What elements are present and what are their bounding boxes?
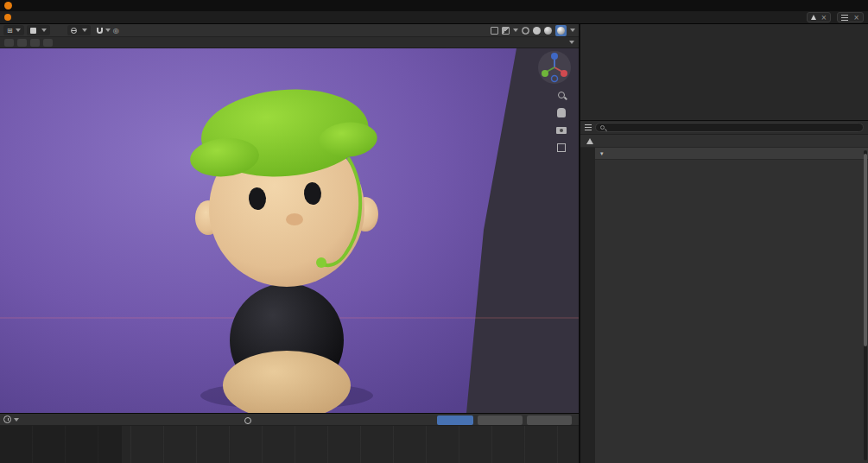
frame-end-field[interactable] bbox=[527, 415, 572, 425]
shading-wireframe-icon[interactable] bbox=[522, 27, 529, 35]
chevron-down-icon bbox=[14, 418, 19, 422]
right-panel: ▾ bbox=[580, 24, 868, 463]
search-icon bbox=[600, 125, 605, 130]
frame-start-field[interactable] bbox=[478, 415, 523, 425]
toggle-perspective-icon[interactable] bbox=[557, 143, 566, 152]
chevron-down-icon bbox=[105, 29, 111, 32]
properties-editor-icon[interactable] bbox=[585, 124, 592, 130]
titlebar bbox=[0, 0, 868, 11]
shading-material-icon[interactable] bbox=[544, 27, 552, 35]
snap-magnet-icon[interactable] bbox=[97, 28, 103, 34]
viewlayer-icon bbox=[841, 15, 848, 21]
shading-solid-icon[interactable] bbox=[533, 27, 541, 35]
search-input[interactable] bbox=[595, 123, 864, 132]
show-gizmo-icon[interactable] bbox=[491, 27, 498, 35]
topbar-right: × × bbox=[807, 12, 864, 22]
properties-editor: ▾ bbox=[580, 121, 868, 463]
globe-icon bbox=[71, 28, 77, 34]
scrollbar[interactable] bbox=[864, 150, 867, 460]
pre-range-shading bbox=[0, 426, 122, 463]
tool-settings-bar bbox=[0, 37, 579, 48]
editor-type-icon: ⊞ bbox=[7, 27, 13, 35]
show-overlays-icon[interactable] bbox=[502, 27, 510, 35]
scene-selector[interactable]: × bbox=[807, 12, 832, 22]
viewlayer-unlink-icon[interactable]: × bbox=[853, 14, 859, 22]
frame-fields bbox=[437, 415, 572, 425]
character-nose bbox=[286, 213, 303, 225]
rendered-sphere-icon bbox=[557, 27, 565, 35]
properties-search-row bbox=[580, 121, 868, 135]
panel-header[interactable]: ▾ bbox=[595, 148, 868, 160]
proportional-editing-icon[interactable]: ◎ bbox=[113, 27, 119, 35]
chevron-down-icon bbox=[570, 29, 575, 32]
tool-setting-icon[interactable] bbox=[43, 39, 53, 47]
3d-viewport: ⊞ ◎ bbox=[0, 24, 580, 413]
properties-tabstrip bbox=[580, 148, 595, 463]
zoom-icon[interactable] bbox=[558, 92, 565, 98]
tool-setting-icon[interactable] bbox=[4, 39, 14, 47]
viewlayer-selector[interactable]: × bbox=[837, 12, 864, 22]
outliner bbox=[580, 24, 868, 121]
viewport-nav-buttons bbox=[556, 92, 567, 152]
pan-hand-icon[interactable] bbox=[557, 108, 566, 117]
scene-data-icon bbox=[586, 138, 593, 144]
auto-keying-icon[interactable] bbox=[244, 417, 251, 424]
tool-setting-icon[interactable] bbox=[30, 39, 40, 47]
object-mode-icon bbox=[30, 28, 36, 34]
cord-tip bbox=[316, 257, 326, 268]
properties-main: ▾ bbox=[580, 148, 868, 463]
scene-icon bbox=[811, 15, 816, 20]
blender-window: × × ⊞ ◎ bbox=[0, 0, 868, 463]
timeline-ruler[interactable] bbox=[0, 426, 579, 463]
scrollbar-thumb[interactable] bbox=[864, 154, 867, 346]
shading-rendered-icon[interactable] bbox=[555, 25, 567, 36]
viewport-header-toggles bbox=[491, 25, 575, 36]
3d-scene bbox=[0, 48, 579, 413]
viewport-canvas[interactable] bbox=[0, 48, 579, 413]
blender-menu-icon[interactable] bbox=[4, 14, 11, 21]
navigation-gizmo[interactable] bbox=[537, 50, 572, 85]
timeline-editor-icon[interactable] bbox=[3, 415, 11, 423]
viewport-header: ⊞ ◎ bbox=[0, 24, 579, 37]
options-dropdown[interactable] bbox=[566, 41, 574, 44]
panel-expand-icon: ▾ bbox=[600, 150, 604, 157]
transform-orientation-selector[interactable] bbox=[67, 25, 91, 35]
timeline-header bbox=[0, 413, 579, 426]
chevron-down-icon bbox=[569, 41, 574, 44]
chevron-down-icon bbox=[82, 29, 87, 32]
editor-type-selector[interactable]: ⊞ bbox=[3, 25, 24, 35]
tool-setting-icon[interactable] bbox=[17, 39, 27, 47]
mode-selector[interactable] bbox=[27, 25, 50, 35]
current-frame-field[interactable] bbox=[437, 415, 473, 425]
attribute-rows bbox=[595, 160, 868, 463]
camera-view-icon[interactable] bbox=[556, 127, 567, 134]
properties-breadcrumb bbox=[580, 135, 868, 148]
topbar: × × bbox=[0, 11, 868, 24]
chevron-down-icon bbox=[41, 29, 47, 32]
chevron-down-icon bbox=[16, 29, 21, 32]
timeline-editor bbox=[0, 413, 580, 463]
raptor-generator-panel: ▾ bbox=[595, 148, 868, 463]
chevron-down-icon bbox=[513, 29, 518, 32]
scene-unlink-icon[interactable]: × bbox=[821, 14, 827, 22]
blender-logo-icon bbox=[4, 2, 12, 10]
